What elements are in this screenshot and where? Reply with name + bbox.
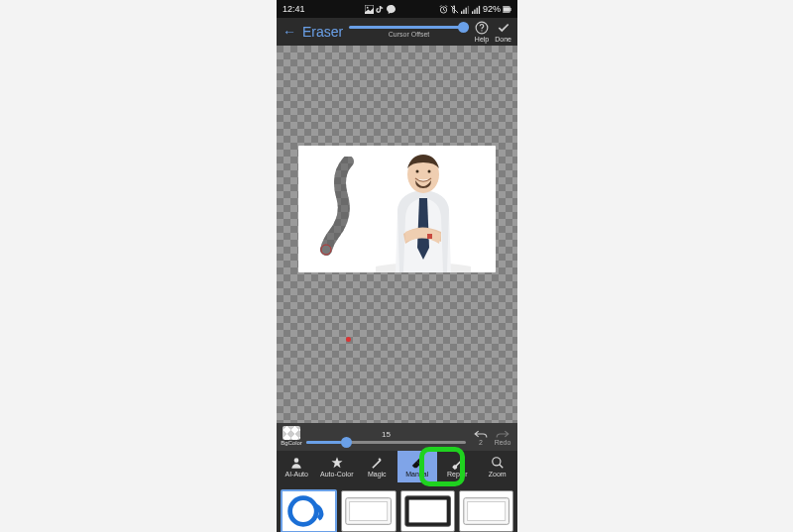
- tool-ai-auto[interactable]: AI-Auto: [277, 451, 317, 482]
- svg-rect-7: [472, 11, 473, 14]
- thumbnail-3[interactable]: [400, 490, 455, 532]
- svg-rect-17: [427, 234, 432, 239]
- status-bar: 12:41 92%: [277, 0, 517, 18]
- svg-point-15: [481, 30, 482, 31]
- tool-repair[interactable]: Repair: [437, 451, 478, 482]
- svg-rect-9: [476, 7, 477, 13]
- zoom-icon: [491, 456, 505, 470]
- svg-rect-5: [465, 7, 466, 13]
- undo-icon: [474, 429, 488, 439]
- redo-icon: [496, 429, 510, 439]
- cursor-target-dot: [346, 337, 351, 342]
- svg-rect-8: [474, 9, 475, 14]
- svg-point-20: [428, 170, 431, 173]
- check-icon: [497, 21, 510, 35]
- wand-icon: [370, 456, 384, 470]
- battery-icon: [503, 5, 511, 14]
- tool-manual[interactable]: Manual: [397, 451, 438, 482]
- svg-point-19: [416, 170, 419, 173]
- svg-point-27: [290, 498, 317, 525]
- svg-point-25: [294, 458, 299, 463]
- svg-rect-10: [479, 5, 480, 13]
- alarm-icon: [439, 5, 448, 14]
- brush-size-slider[interactable]: 15: [306, 430, 466, 444]
- brush-size-value: 15: [382, 430, 391, 439]
- cursor-offset-slider[interactable]: Cursor Offset: [349, 26, 469, 38]
- svg-rect-3: [461, 11, 462, 14]
- eraser-stroke: [320, 157, 360, 256]
- toolbar-title: Eraser: [302, 24, 343, 40]
- svg-rect-13: [510, 8, 511, 11]
- thumbnail-1[interactable]: [281, 489, 337, 532]
- signal-icon-2: [472, 5, 481, 14]
- undo-button[interactable]: 2: [470, 429, 492, 446]
- image-icon: [365, 5, 374, 14]
- size-controls-row: BgColor 15 2 Redo: [277, 423, 517, 451]
- bgcolor-swatch: [283, 426, 300, 440]
- thumbnail-strip: [277, 482, 517, 532]
- top-toolbar: ← Eraser Cursor Offset Help Done: [277, 18, 517, 46]
- svg-rect-6: [468, 5, 469, 13]
- battery-pct: 92%: [483, 4, 501, 14]
- svg-point-24: [321, 245, 331, 255]
- svg-point-26: [493, 458, 501, 466]
- back-button[interactable]: ←: [283, 24, 296, 40]
- signal-icon: [461, 5, 470, 14]
- tiktok-icon: [376, 5, 385, 14]
- person-figure: [376, 149, 471, 272]
- phone-frame: 12:41 92% ← Eraser Cursor Offset: [277, 0, 517, 532]
- help-icon: [475, 21, 489, 35]
- slider-label: Cursor Offset: [389, 31, 430, 38]
- star-icon: [330, 456, 344, 470]
- status-time: 12:41: [283, 4, 305, 14]
- done-button[interactable]: Done: [495, 21, 511, 43]
- svg-point-1: [367, 6, 369, 8]
- tool-auto-color[interactable]: Auto-Color: [317, 451, 358, 482]
- svg-rect-29: [350, 501, 388, 520]
- canvas-area[interactable]: [277, 46, 517, 423]
- tool-magic[interactable]: Magic: [357, 451, 397, 482]
- mute-icon: [450, 5, 459, 14]
- help-button[interactable]: Help: [475, 21, 489, 43]
- messenger-icon: [387, 5, 396, 14]
- thumbnail-2[interactable]: [341, 490, 396, 532]
- brush-icon: [450, 456, 464, 470]
- eraser-icon: [410, 456, 424, 470]
- person-icon: [289, 456, 303, 470]
- svg-rect-12: [504, 7, 510, 12]
- thumbnail-4[interactable]: [459, 490, 513, 532]
- svg-rect-31: [408, 500, 446, 523]
- svg-rect-33: [467, 501, 505, 520]
- tool-row: AI-Auto Auto-Color Magic Manual Repair Z…: [277, 451, 517, 482]
- redo-button[interactable]: Redo: [492, 429, 513, 446]
- tool-zoom[interactable]: Zoom: [478, 451, 518, 482]
- svg-rect-4: [463, 9, 464, 14]
- bgcolor-button[interactable]: BgColor: [281, 426, 302, 448]
